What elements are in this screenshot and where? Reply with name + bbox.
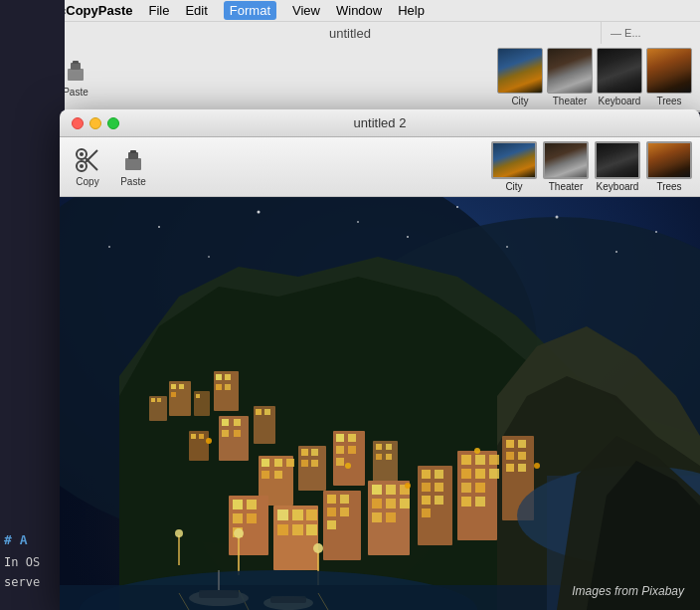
svg-point-156 [556, 216, 559, 219]
menu-window[interactable]: Window [336, 3, 382, 18]
svg-rect-47 [234, 430, 241, 437]
fg-thumb-city[interactable]: City [491, 141, 537, 192]
svg-rect-83 [277, 524, 288, 535]
fg-copy-button[interactable]: Copy [68, 142, 107, 191]
svg-rect-8 [73, 61, 79, 64]
fg-trees-label: Trees [656, 181, 681, 192]
fg-scissors-icon [74, 146, 101, 174]
svg-rect-106 [422, 496, 431, 505]
fg-trees-image [646, 141, 692, 179]
svg-point-159 [407, 236, 409, 238]
svg-point-147 [534, 463, 540, 469]
menu-view[interactable]: View [292, 3, 320, 18]
svg-rect-50 [264, 409, 270, 415]
svg-rect-98 [400, 499, 410, 508]
svg-rect-61 [311, 460, 318, 467]
svg-rect-110 [461, 455, 471, 465]
svg-rect-39 [225, 384, 231, 390]
svg-rect-15 [125, 158, 141, 170]
bg-thumb-keyboard[interactable]: Keyboard [597, 48, 642, 106]
fg-thumb-theater[interactable]: Theater [543, 141, 589, 192]
svg-rect-70 [386, 444, 392, 450]
bg-trees-image [646, 48, 692, 94]
bg-thumb-theater[interactable]: Theater [547, 48, 593, 106]
main-image-area: Images from Pixabay [60, 197, 700, 610]
bg-window-titlebar: untitled — E... [0, 22, 700, 44]
svg-line-12 [86, 158, 97, 170]
svg-rect-99 [372, 512, 382, 522]
svg-rect-76 [233, 513, 243, 523]
svg-point-145 [405, 483, 411, 489]
svg-rect-96 [372, 499, 382, 508]
svg-rect-64 [348, 434, 356, 442]
svg-rect-53 [274, 459, 282, 467]
fg-theater-label: Theater [549, 181, 583, 192]
fg-copy-label: Copy [76, 176, 98, 187]
svg-point-157 [655, 231, 657, 233]
code-line-2: In OS [4, 555, 40, 569]
svg-point-132 [175, 529, 183, 537]
bg-keyboard-image [597, 48, 642, 94]
bg-city-image [497, 48, 543, 94]
fg-paste-button[interactable]: Paste [113, 142, 153, 191]
menu-edit[interactable]: Edit [185, 3, 207, 18]
svg-rect-112 [489, 455, 499, 465]
svg-rect-6 [68, 69, 84, 81]
svg-rect-85 [306, 524, 317, 535]
menu-file[interactable]: File [148, 3, 169, 18]
svg-rect-90 [340, 508, 349, 516]
fg-window: untitled 2 Copy Paste [60, 109, 700, 610]
bg-window: 🍎 MacCopyPaste File Edit Format View Win… [0, 0, 700, 112]
svg-point-13 [80, 164, 84, 168]
svg-rect-49 [256, 409, 262, 415]
bg-thumb-trees[interactable]: Trees [646, 48, 692, 106]
minimize-button[interactable] [89, 117, 101, 129]
fg-thumb-trees[interactable]: Trees [646, 141, 692, 192]
svg-point-146 [474, 448, 480, 454]
svg-rect-113 [461, 469, 471, 479]
menu-format[interactable]: Format [224, 1, 276, 20]
svg-rect-122 [518, 440, 526, 448]
paste-icon [62, 57, 89, 85]
bg-window-title: untitled [329, 26, 371, 41]
svg-rect-34 [196, 394, 200, 398]
svg-point-154 [357, 221, 359, 223]
svg-rect-119 [475, 497, 485, 507]
svg-point-128 [234, 528, 244, 538]
svg-rect-46 [222, 430, 229, 437]
fg-theater-image [543, 141, 589, 179]
svg-rect-117 [475, 483, 485, 493]
svg-rect-16 [128, 152, 138, 159]
bg-thumbnail-strip: City Theater Keyboard Trees [497, 48, 692, 106]
svg-rect-126 [518, 464, 526, 472]
svg-rect-84 [292, 524, 303, 535]
svg-rect-124 [518, 452, 526, 460]
svg-rect-27 [151, 398, 155, 402]
menu-help[interactable]: Help [398, 3, 425, 18]
svg-rect-54 [286, 459, 294, 467]
svg-point-155 [456, 206, 458, 208]
svg-rect-89 [327, 508, 336, 516]
svg-rect-56 [274, 471, 282, 479]
fg-titlebar: untitled 2 [60, 109, 700, 137]
fg-thumb-keyboard[interactable]: Keyboard [595, 141, 640, 192]
maximize-button[interactable] [107, 117, 119, 129]
close-button[interactable] [72, 117, 84, 129]
svg-rect-45 [234, 419, 241, 426]
fg-keyboard-label: Keyboard [597, 181, 639, 192]
svg-rect-105 [435, 483, 443, 492]
svg-point-130 [313, 543, 323, 553]
svg-rect-77 [247, 513, 257, 523]
svg-rect-118 [461, 497, 471, 507]
bg-thumb-city[interactable]: City [497, 48, 543, 106]
fg-city-label: City [505, 181, 522, 192]
svg-rect-139 [199, 590, 239, 598]
bg-city-label: City [511, 96, 528, 106]
svg-rect-114 [475, 469, 485, 479]
svg-rect-71 [376, 454, 382, 460]
svg-rect-116 [461, 483, 471, 493]
svg-rect-60 [301, 460, 308, 467]
svg-point-144 [345, 463, 351, 469]
code-line-3: serve [4, 575, 40, 589]
svg-rect-103 [435, 470, 443, 479]
